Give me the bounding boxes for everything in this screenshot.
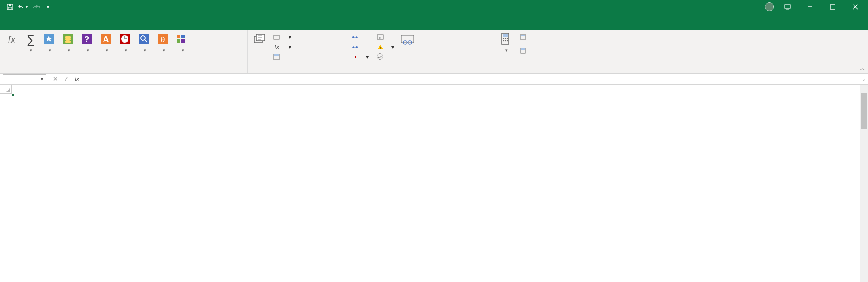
vertical-scrollbar[interactable] — [860, 85, 868, 282]
letter-a-icon: A — [100, 33, 114, 47]
collapse-ribbon-icon[interactable]: ︿ — [860, 65, 865, 72]
create-from-selection-button[interactable] — [271, 53, 293, 62]
cancel-formula-icon[interactable]: ✕ — [50, 76, 61, 82]
group-label — [494, 65, 583, 73]
group-label — [0, 65, 247, 73]
trace-dependents-button[interactable] — [350, 43, 370, 52]
warning-icon: ! — [377, 43, 384, 51]
define-name-icon — [273, 33, 280, 41]
more-icon — [175, 33, 190, 47]
svg-rect-21 — [139, 34, 149, 44]
minimize-icon[interactable] — [801, 0, 819, 13]
trace-precedents-button[interactable] — [350, 33, 370, 42]
svg-point-56 — [507, 40, 508, 41]
calc-now-icon — [520, 33, 527, 41]
create-selection-icon — [273, 53, 280, 61]
maximize-icon[interactable] — [824, 0, 842, 13]
user-avatar[interactable] — [765, 2, 774, 11]
formula-input[interactable] — [82, 74, 859, 84]
error-checking-button[interactable]: ! ▾ — [375, 43, 396, 52]
group-label — [345, 65, 494, 73]
evaluate-icon: fx — [377, 53, 383, 60]
expand-formula-bar-icon[interactable]: ⌄ — [859, 74, 868, 84]
remove-arrows-icon — [351, 53, 359, 61]
svg-rect-29 — [181, 39, 185, 43]
define-name-button[interactable]: ▾ — [271, 33, 293, 42]
svg-point-55 — [505, 40, 506, 41]
theta-icon: θ — [157, 33, 171, 47]
show-formulas-icon: fx — [377, 33, 384, 41]
recently-used-button[interactable]: ▾ — [41, 32, 59, 54]
clock-icon — [119, 33, 133, 47]
svg-rect-26 — [177, 35, 180, 38]
fx-icon: fx — [5, 33, 19, 47]
star-icon — [43, 33, 57, 47]
select-all-button[interactable] — [0, 85, 12, 94]
lookup-button[interactable]: ▾ — [136, 32, 154, 54]
svg-point-53 — [507, 38, 508, 39]
ribbon: fx ∑ ▾ ▾ ▾ ? ▾ A ▾ — [0, 30, 868, 74]
insert-function-button[interactable]: fx — [3, 32, 21, 49]
row-headers — [0, 94, 12, 282]
svg-rect-28 — [177, 39, 180, 43]
use-formula-icon: fx — [273, 43, 280, 51]
svg-rect-35 — [274, 54, 279, 56]
calculate-now-button[interactable] — [518, 33, 531, 42]
dependents-icon — [351, 43, 359, 51]
group-formula-auditing: ▾ fx ! ▾ fx — [345, 30, 494, 73]
calculation-options-button[interactable]: ▾ — [497, 32, 515, 54]
calculate-sheet-button[interactable] — [518, 46, 531, 55]
redo-icon[interactable]: ▾ — [29, 0, 42, 13]
svg-text:θ: θ — [161, 36, 165, 43]
text-button[interactable]: A ▾ — [98, 32, 116, 54]
logical-button[interactable]: ? ▾ — [79, 32, 97, 54]
calculator-icon — [499, 33, 513, 47]
svg-rect-45 — [401, 35, 414, 43]
more-functions-button[interactable]: ▾ — [174, 32, 192, 54]
svg-rect-2 — [8, 7, 12, 9]
svg-point-54 — [503, 40, 504, 41]
group-calculation: ▾ — [494, 30, 583, 73]
save-icon[interactable] — [4, 0, 16, 13]
svg-text:?: ? — [85, 35, 90, 44]
ribbon-display-options-icon[interactable] — [778, 0, 797, 13]
quick-access-toolbar: ▾ ▾ ▾ — [0, 0, 54, 13]
date-time-button[interactable]: ▾ — [117, 32, 135, 54]
active-cell-indicator — [12, 94, 14, 96]
show-formulas-button[interactable]: fx — [375, 33, 396, 42]
evaluate-formula-button[interactable]: fx — [375, 53, 396, 61]
group-function-library: fx ∑ ▾ ▾ ▾ ? ▾ A ▾ — [0, 30, 248, 73]
title-bar: ▾ ▾ ▾ — [0, 0, 868, 14]
coin-icon — [62, 33, 76, 47]
financial-button[interactable]: ▾ — [60, 32, 78, 54]
autosum-button[interactable]: ∑ ▾ — [22, 32, 40, 54]
spreadsheet-grid — [0, 85, 868, 282]
svg-rect-5 — [830, 5, 835, 9]
svg-text:A: A — [103, 35, 109, 44]
svg-point-52 — [505, 38, 506, 39]
glasses-icon — [400, 33, 415, 47]
svg-point-36 — [352, 36, 354, 38]
close-icon[interactable] — [846, 0, 864, 13]
remove-arrows-button[interactable]: ▾ — [350, 53, 370, 62]
name-manager-button[interactable] — [251, 32, 269, 49]
watch-window-button[interactable] — [398, 32, 417, 49]
use-in-formula-button[interactable]: fx ▾ — [271, 43, 293, 52]
formula-bar: ▼ ✕ ✓ fx ⌄ — [0, 74, 868, 85]
chevron-down-icon[interactable]: ▼ — [40, 77, 44, 81]
calc-sheet-icon — [520, 47, 527, 54]
svg-point-38 — [356, 46, 358, 48]
sigma-icon: ∑ — [24, 33, 38, 47]
undo-icon[interactable]: ▾ — [16, 0, 29, 13]
ribbon-tabs — [0, 14, 868, 30]
tag-icon — [252, 33, 267, 47]
customize-qat-icon[interactable]: ▾ — [42, 0, 54, 13]
name-box[interactable]: ▼ — [3, 74, 46, 84]
insert-function-icon[interactable]: fx — [71, 76, 82, 82]
question-icon: ? — [81, 33, 95, 47]
enter-formula-icon[interactable]: ✓ — [61, 76, 71, 82]
svg-text:fx: fx — [379, 36, 381, 40]
scrollbar-thumb[interactable] — [861, 93, 867, 129]
math-trig-button[interactable]: θ ▾ — [155, 32, 173, 54]
svg-rect-27 — [181, 35, 185, 38]
